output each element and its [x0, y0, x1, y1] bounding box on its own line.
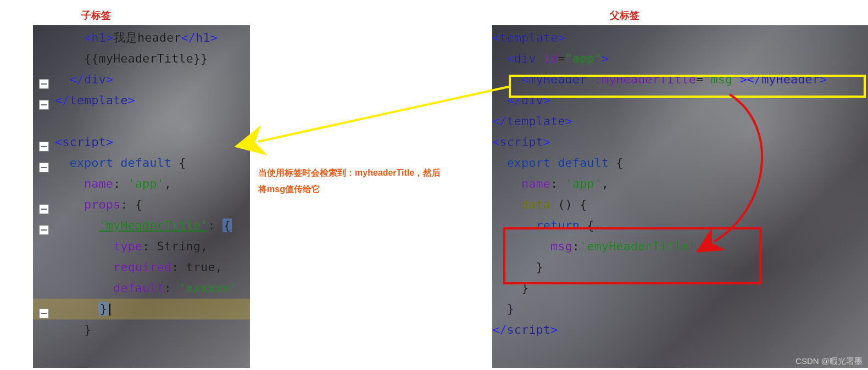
t: : — [113, 177, 128, 190]
t: div — [84, 72, 106, 86]
t: script — [62, 135, 105, 149]
t: template — [70, 93, 128, 107]
t: > — [210, 31, 217, 44]
fold-icon[interactable] — [39, 100, 49, 110]
t: = — [558, 52, 565, 65]
code-line: type: String, — [33, 236, 250, 257]
annotation-line1: 当使用标签时会检索到：myheaderTitle，然后 — [258, 165, 441, 181]
t: ></ — [739, 72, 761, 86]
code-line: <div id="app"> — [492, 48, 868, 69]
t: > — [565, 114, 572, 128]
parent-code-lines: <template> <div id="app"> <myHeader :myH… — [492, 25, 868, 340]
t: : true, — [171, 260, 222, 274]
t: { — [609, 156, 624, 170]
t: { — [222, 218, 232, 232]
t: 'emyHeaderTitle' — [580, 239, 696, 253]
t: 我是header — [113, 31, 181, 44]
fold-icon[interactable] — [39, 204, 49, 214]
t: > — [558, 31, 565, 44]
t: > — [543, 93, 550, 107]
t: } — [98, 302, 108, 316]
t: < — [84, 31, 91, 44]
child-title-label: 子标签 — [81, 9, 111, 22]
fold-icon[interactable] — [39, 142, 49, 152]
code-line: <h1>我是header</h1> — [33, 27, 250, 48]
code-line: } — [33, 319, 250, 340]
t: return — [536, 218, 579, 232]
t: {{myHeaderTitle}} — [84, 52, 208, 65]
t: > — [602, 52, 609, 65]
t: data — [521, 198, 550, 211]
code-line: </div> — [492, 90, 868, 111]
t: </ — [507, 93, 522, 107]
code-line: <script> — [492, 132, 868, 153]
t: < — [492, 135, 499, 149]
t: :myHeaderTitle — [587, 72, 696, 86]
t: > — [543, 135, 550, 149]
t: < — [55, 135, 62, 149]
code-line: return { — [492, 215, 868, 236]
t: : — [208, 218, 222, 232]
t: , — [602, 177, 609, 190]
code-line: {{myHeaderTitle}} — [33, 48, 250, 69]
child-code-panel: <h1>我是header</h1> {{myHeaderTitle}} </di… — [33, 25, 250, 368]
t: myHeader — [761, 72, 820, 86]
t: myHeader — [528, 72, 587, 86]
t: 'app' — [565, 177, 601, 190]
t: : { — [120, 198, 142, 211]
t: : — [164, 281, 179, 295]
t: h1 — [196, 31, 210, 44]
t: name — [521, 177, 550, 190]
fold-icon[interactable] — [39, 225, 49, 235]
t: </ — [70, 72, 85, 86]
t: : String, — [142, 239, 208, 253]
code-line: </div> — [33, 69, 250, 90]
code-line — [33, 111, 250, 132]
t: default — [113, 156, 171, 170]
code-line: } — [492, 278, 868, 299]
annotation-line2: 将msg值传给它 — [258, 181, 441, 198]
t: } — [507, 302, 514, 316]
fold-icon[interactable] — [39, 309, 49, 318]
t: { — [171, 156, 186, 170]
t: export — [507, 156, 550, 170]
t: props — [84, 198, 120, 211]
t: template — [499, 31, 558, 44]
parent-title-label: 父标签 — [610, 9, 639, 22]
t: { — [580, 218, 594, 232]
t: type — [113, 239, 142, 253]
code-line: export default { — [492, 153, 868, 173]
t: < — [507, 52, 514, 65]
t: > — [820, 72, 827, 86]
t: > — [550, 323, 558, 337]
t: "app" — [565, 52, 602, 65]
annotation-text: 当使用标签时会检索到：myheaderTitle，然后 将msg值传给它 — [258, 165, 441, 198]
t: () { — [550, 198, 587, 211]
watermark: CSDN @暇光署墨 — [795, 356, 863, 367]
code-line: } — [492, 257, 868, 278]
t: h1 — [91, 31, 106, 44]
t: 'myHeaderTitle' — [98, 218, 208, 232]
code-line: </template> — [33, 90, 250, 111]
t: "msg" — [703, 72, 739, 86]
t: : — [550, 177, 565, 190]
t: < — [521, 72, 528, 86]
t: default — [113, 281, 164, 295]
t: > — [127, 93, 135, 107]
code-line: } — [492, 299, 868, 319]
code-line: </script> — [492, 319, 868, 340]
t: div — [521, 93, 543, 107]
t: template — [507, 114, 565, 128]
code-line: default: 'xxxxxx' — [33, 278, 250, 299]
text-cursor — [109, 304, 110, 316]
t: = — [696, 72, 703, 86]
fold-icon[interactable] — [39, 79, 49, 89]
t: : — [572, 239, 580, 253]
t: } — [521, 281, 528, 295]
t: div — [514, 52, 536, 65]
code-line: props: { — [33, 194, 250, 215]
t: script — [499, 135, 543, 149]
t: default — [550, 156, 609, 170]
fold-icon[interactable] — [39, 162, 49, 172]
t: </ — [492, 323, 507, 337]
